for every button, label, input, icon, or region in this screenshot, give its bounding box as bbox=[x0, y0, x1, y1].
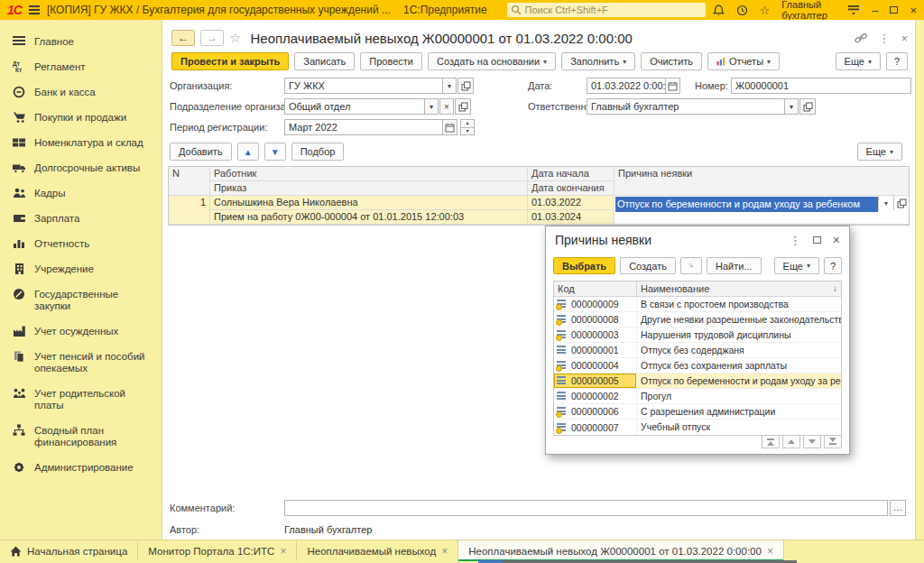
tab-home[interactable]: Начальная страница bbox=[0, 540, 138, 561]
reason-row[interactable]: 000000002Прогул bbox=[554, 389, 841, 404]
period-spin-down-button[interactable]: ▾ bbox=[460, 128, 475, 136]
date-field[interactable]: 01.03.2022 0:00:00 bbox=[587, 78, 666, 94]
tab-unpaid-absence[interactable]: Неоплачиваемый невыход × bbox=[297, 540, 458, 561]
department-dropdown-button[interactable]: ▾ bbox=[424, 98, 439, 115]
add-row-button[interactable]: Добавить bbox=[170, 143, 232, 161]
responsible-open-button[interactable] bbox=[799, 98, 816, 115]
notifications-bell-icon[interactable] bbox=[713, 5, 725, 16]
col-header-date-end[interactable]: Дата окончания bbox=[528, 181, 614, 196]
move-row-up-button[interactable]: ▲ bbox=[237, 143, 259, 161]
comment-input[interactable] bbox=[284, 500, 888, 516]
row-number-cell[interactable]: 1 bbox=[169, 196, 210, 225]
sidebar-item-glavnoe[interactable]: Главное bbox=[0, 29, 162, 54]
more-button[interactable]: Еще▾ bbox=[836, 52, 881, 70]
reason-selected-text[interactable]: Отпуск по беременности и родам уходу за … bbox=[615, 197, 878, 212]
reports-button[interactable]: Отчеты▾ bbox=[707, 52, 780, 70]
dialog-help-button[interactable]: ? bbox=[824, 257, 842, 274]
dialog-more-button[interactable]: Еще▾ bbox=[774, 257, 819, 274]
back-button[interactable]: ← bbox=[171, 30, 195, 46]
post-button[interactable]: Провести bbox=[360, 52, 422, 70]
comment-more-button[interactable]: … bbox=[890, 500, 906, 516]
period-spin-up-button[interactable]: ▴ bbox=[460, 119, 475, 128]
reason-row[interactable]: 000000003Нарушения трудовой дисциплины bbox=[554, 328, 841, 343]
dialog-maximize-icon[interactable] bbox=[813, 235, 821, 245]
post-and-close-button[interactable]: Провести и закрыть bbox=[171, 52, 289, 70]
worker-cell[interactable]: Солнышкина Вера Николаевна bbox=[210, 196, 528, 210]
go-previous-button[interactable] bbox=[782, 435, 800, 448]
move-row-down-button[interactable]: ▼ bbox=[264, 143, 286, 161]
tab-close-icon[interactable]: × bbox=[280, 545, 286, 558]
favorite-star-icon[interactable]: ☆ bbox=[229, 30, 241, 46]
date-start-cell[interactable]: 01.03.2022 bbox=[528, 196, 614, 210]
sidebar-item-aktivy[interactable]: Долгосрочные активы bbox=[0, 155, 162, 180]
sort-descending-icon[interactable]: ↓ bbox=[833, 282, 837, 296]
col-header-order[interactable]: Приказ bbox=[210, 181, 528, 196]
current-user[interactable]: Главный бухгалтер bbox=[781, 0, 836, 21]
organization-dropdown-button[interactable]: ▾ bbox=[442, 78, 457, 94]
save-button[interactable]: Записать bbox=[294, 52, 355, 70]
table-more-button[interactable]: Еще▾ bbox=[857, 143, 902, 161]
go-last-button[interactable] bbox=[824, 435, 842, 448]
reason-row[interactable]: 000000004Отпуск без сохранения зарплаты bbox=[554, 358, 841, 374]
date-calendar-button[interactable] bbox=[665, 78, 680, 94]
reason-dropdown-button[interactable]: ▾ bbox=[878, 196, 893, 210]
sidebar-item-reglament[interactable]: ДтКт Регламент bbox=[0, 54, 162, 79]
form-menu-kebab-icon[interactable]: ⋮ bbox=[878, 32, 890, 45]
tab-its-monitor[interactable]: Монитор Портала 1С:ИТС × bbox=[138, 540, 297, 561]
go-next-button[interactable] bbox=[803, 435, 821, 448]
sidebar-item-otchetnost[interactable]: Отчетность bbox=[0, 231, 162, 256]
history-icon[interactable] bbox=[736, 5, 748, 16]
service-menu-icon[interactable] bbox=[847, 5, 860, 15]
go-first-button[interactable] bbox=[762, 435, 780, 448]
sidebar-item-goszakupki[interactable]: Государственные закупки bbox=[0, 282, 162, 318]
sidebar-item-osuzhdennye[interactable]: Учет осужденных bbox=[0, 318, 162, 344]
code-column-header[interactable]: Код bbox=[554, 282, 637, 296]
col-header-date-start[interactable]: Дата начала bbox=[528, 167, 614, 181]
forward-button[interactable]: → bbox=[200, 30, 224, 46]
form-close-icon[interactable]: × bbox=[901, 32, 908, 45]
sidebar-item-pensii[interactable]: Учет пенсий и пособий опекаемых bbox=[0, 344, 162, 381]
col-header-worker[interactable]: Работник bbox=[210, 167, 528, 181]
reason-row[interactable]: 000000001Отпуск без содерджаня bbox=[554, 343, 841, 358]
order-cell[interactable]: Прием на работу 0Ж00-000004 от 01.01.201… bbox=[210, 210, 528, 225]
sidebar-item-svodny-plan[interactable]: Сводный план финансирования bbox=[0, 418, 162, 455]
search-input[interactable] bbox=[507, 3, 706, 17]
clear-button[interactable]: Очистить bbox=[641, 52, 702, 70]
organization-field[interactable]: ГУ ЖКХ bbox=[284, 78, 443, 94]
pick-button[interactable]: Подбор bbox=[291, 143, 345, 161]
name-column-header[interactable]: Наименование bbox=[641, 282, 709, 296]
close-window-icon[interactable]: × bbox=[910, 5, 917, 16]
reason-cell[interactable]: Отпуск по беременности и родам уходу за … bbox=[614, 196, 909, 225]
department-field[interactable]: Общий отдел bbox=[284, 98, 425, 115]
col-header-reason[interactable]: Причина неявки bbox=[614, 167, 909, 196]
department-clear-button[interactable]: × bbox=[439, 98, 454, 115]
sidebar-item-uchrezhdenie[interactable]: Учреждение bbox=[0, 256, 162, 282]
reason-row[interactable]: 000000008Другие неявки разрешенные закон… bbox=[554, 312, 841, 328]
sidebar-item-pokupki[interactable]: Покупки и продажи bbox=[0, 105, 162, 130]
reason-row[interactable]: 000000007Учебный отпуск bbox=[554, 420, 841, 435]
create-button[interactable]: Создать bbox=[620, 257, 676, 274]
col-header-n[interactable]: N bbox=[169, 167, 210, 196]
reason-row-selected[interactable]: 000000005Отпуск по беременности и родам … bbox=[554, 374, 841, 389]
sidebar-item-kadry[interactable]: Кадры bbox=[0, 180, 162, 206]
sidebar-item-zarplata[interactable]: Зарплата bbox=[0, 206, 162, 231]
link-icon[interactable] bbox=[855, 32, 867, 44]
number-field[interactable]: Ж00000001 bbox=[731, 78, 911, 94]
find-button[interactable]: Найти... bbox=[707, 257, 762, 274]
favorites-star-icon[interactable]: ☆ bbox=[760, 5, 771, 16]
sidebar-item-bank-kassa[interactable]: Банк и касса bbox=[0, 79, 162, 105]
department-open-button[interactable] bbox=[455, 98, 471, 115]
fill-button[interactable]: Заполнить▾ bbox=[561, 52, 635, 70]
reason-row[interactable]: 000000006С разрешения администрации bbox=[554, 404, 841, 420]
dialog-kebab-icon[interactable]: ⋮ bbox=[790, 234, 801, 247]
copy-create-button[interactable] bbox=[680, 257, 702, 274]
help-button[interactable]: ? bbox=[886, 52, 908, 70]
date-end-cell[interactable]: 01.03.2024 bbox=[528, 210, 614, 225]
tab-close-icon[interactable]: × bbox=[441, 545, 448, 558]
responsible-field[interactable]: Главный бухгалтер bbox=[587, 98, 785, 115]
sidebar-item-administrirovanie[interactable]: Администрирование bbox=[0, 455, 162, 480]
tab-close-icon[interactable]: × bbox=[767, 545, 773, 558]
period-field[interactable]: Март 2022 bbox=[284, 119, 443, 135]
sidebar-item-roditelskaya[interactable]: Учет родительской платы bbox=[0, 381, 162, 418]
minimize-window-icon[interactable]: – bbox=[872, 5, 878, 16]
